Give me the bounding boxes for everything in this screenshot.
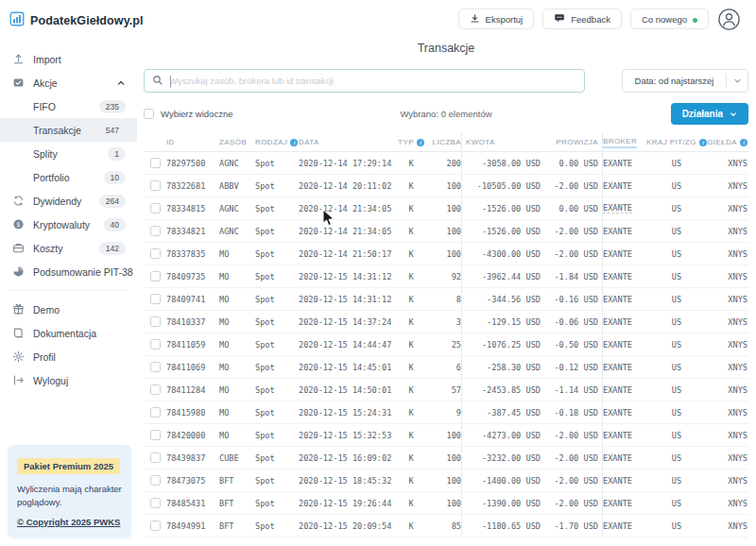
feedback-button[interactable]: Feedback	[542, 9, 622, 29]
row-checkbox[interactable]	[150, 339, 161, 350]
table-row[interactable]: 78411284MOSpot2020-12-15 14:50:01K57-245…	[144, 379, 748, 401]
export-button-label: Eksportuj	[486, 14, 524, 25]
table-row[interactable]: 78409735MOSpot2020-12-15 14:31:12K92-396…	[144, 265, 748, 288]
row-checkbox[interactable]	[150, 294, 161, 304]
table-row[interactable]: 78337835MOSpot2020-12-14 21:50:17K100-43…	[144, 243, 748, 265]
row-checkbox-cell	[144, 469, 166, 491]
sidebar-item-fifo[interactable]: FIFO235	[0, 94, 137, 118]
table-row[interactable]: 78494991BFTSpot2020-12-15 20:09:54K85-11…	[144, 515, 748, 537]
row-checkbox[interactable]	[150, 384, 161, 395]
sidebar-item-profil[interactable]: Profil	[0, 345, 137, 368]
cell-value: CUBE	[219, 453, 239, 463]
export-button[interactable]: Eksportuj	[458, 9, 535, 29]
copyright-link[interactable]: © Copyright 2025 PWKS	[17, 517, 120, 527]
table-row[interactable]: 78334815AGNCSpot2020-12-14 21:34:05K100-…	[144, 197, 748, 220]
cell-data: 2020-12-14 21:34:05	[299, 197, 397, 219]
column-header-liczba[interactable]: LICZBA	[425, 133, 461, 151]
row-checkbox[interactable]	[150, 271, 161, 282]
info-icon[interactable]: i	[417, 139, 424, 146]
table-row[interactable]: 78439837CUBESpot2020-12-15 16:09:02K100-…	[144, 447, 748, 469]
cell-prowizja: -2.00 USD	[541, 220, 603, 242]
row-checkbox[interactable]	[150, 248, 161, 259]
cell-value: 85	[452, 521, 461, 531]
table-row[interactable]: 78411069MOSpot2020-12-15 14:45:01K6-258.…	[144, 356, 748, 379]
cell-value: AGNC	[219, 204, 239, 213]
cell-prowizja: -0.12 USD	[541, 356, 603, 378]
sidebar-item-dokumentacja[interactable]: Dokumentacja	[0, 321, 137, 345]
column-header-kraj[interactable]: KRAJ PIT/ZGi	[648, 133, 705, 151]
sidebar-item-label: Dokumentacja	[33, 328, 96, 339]
row-checkbox[interactable]	[150, 226, 161, 236]
cell-value: 25	[452, 340, 461, 350]
info-icon[interactable]: i	[740, 139, 747, 146]
column-header-id[interactable]: ID	[166, 133, 219, 151]
sidebar-item-akcje[interactable]: Akcje	[0, 71, 137, 94]
sidebar-item-wyloguj[interactable]: Wyloguj	[0, 368, 137, 392]
cell-gielda: XNYS	[705, 492, 747, 514]
column-header-typ[interactable]: TYPi	[397, 133, 425, 151]
user-avatar[interactable]	[717, 8, 741, 31]
cell-value: 2020-12-15 14:45:01	[299, 363, 391, 372]
row-checkbox[interactable]	[150, 362, 161, 372]
cell-value: K	[408, 431, 413, 440]
sidebar-item-demo[interactable]: Demo	[0, 298, 137, 321]
sidebar-item-portfolio[interactable]: Portfolio10	[0, 165, 137, 189]
docs-icon	[11, 327, 25, 340]
cell-value: K	[408, 340, 413, 350]
cell-kraj: US	[648, 401, 705, 423]
row-checkbox[interactable]	[150, 407, 161, 418]
column-header-broker[interactable]: BROKER	[603, 133, 648, 151]
sidebar-item-splity[interactable]: Splity1	[0, 142, 137, 165]
cell-kwota: -3962.44 USD	[461, 265, 541, 287]
sidebar-item-label: FIFO	[33, 101, 56, 112]
column-header-zasob[interactable]: ZASÓB	[219, 133, 255, 151]
cell-value: 2020-12-14 21:34:05	[299, 227, 391, 236]
cell-value: 100	[446, 249, 461, 259]
cell-zasob: BFT	[219, 515, 255, 537]
table-row[interactable]: 78334821AGNCSpot2020-12-14 21:34:05K100-…	[144, 220, 748, 243]
sidebar-item-podsumowanie-pit-38[interactable]: Podsumowanie PIT-38	[0, 260, 137, 283]
column-header-data[interactable]: DATA	[299, 133, 397, 151]
sort-dropdown[interactable]: Data: od najstarszej	[622, 69, 748, 93]
row-checkbox[interactable]	[150, 158, 161, 168]
column-header-rodzaj[interactable]: RODZAJi	[255, 133, 299, 151]
actions-button[interactable]: Działania	[671, 103, 748, 125]
table-row[interactable]: 78415980MOSpot2020-12-15 15:24:31K9-387.…	[144, 401, 748, 424]
row-checkbox[interactable]	[150, 452, 161, 463]
table-row[interactable]: 78409741MOSpot2020-12-15 14:31:12K8-344.…	[144, 288, 748, 311]
column-header-label: LICZBA	[433, 138, 461, 146]
sidebar-item-import[interactable]: Import	[0, 47, 137, 71]
row-checkbox[interactable]	[150, 180, 161, 191]
row-checkbox[interactable]	[150, 203, 161, 213]
row-checkbox[interactable]	[150, 498, 161, 508]
column-header-prowizja[interactable]: PROWIZJA	[541, 133, 603, 151]
search-input[interactable]	[169, 76, 576, 86]
brand-logo[interactable]: PodatekGiełdowy.pl	[0, 8, 137, 40]
table-row[interactable]: 78411059MOSpot2020-12-15 14:44:47K25-107…	[144, 333, 748, 356]
cell-value: 2020-12-14 17:29:14	[299, 159, 391, 168]
cell-value: 2020-12-15 18:45:32	[299, 476, 391, 486]
info-icon[interactable]: i	[290, 139, 298, 146]
table-row[interactable]: 78420000MOSpot2020-12-15 15:32:53K100-42…	[144, 424, 748, 447]
sidebar-item-label: Kryptowaluty	[33, 219, 90, 230]
table-row[interactable]: 78485431BFTSpot2020-12-15 19:26:44K100-1…	[144, 492, 748, 515]
sidebar-item-dywidendy[interactable]: Dywidendy264	[0, 189, 137, 213]
table-row[interactable]: 78322681ABBVSpot2020-12-14 20:11:02K100-…	[144, 175, 748, 197]
column-header-gielda[interactable]: GIEŁDAi	[705, 133, 747, 151]
cell-value: 100	[446, 181, 461, 191]
whats-new-button[interactable]: Co nowego	[630, 9, 709, 29]
sidebar-item-transakcje[interactable]: Transakcje547	[0, 118, 137, 142]
table-row[interactable]: 78473075BFTSpot2020-12-15 18:45:32K100-1…	[144, 469, 748, 492]
row-checkbox[interactable]	[150, 316, 161, 327]
row-checkbox-cell	[144, 288, 166, 310]
sidebar-item-koszty[interactable]: Koszty142	[0, 236, 137, 260]
row-checkbox[interactable]	[150, 520, 161, 531]
table-row[interactable]: 78410337MOSpot2020-12-15 14:37:24K3-129.…	[144, 311, 748, 333]
table-row[interactable]: 78297500AGNCSpot2020-12-14 17:29:14K200-…	[144, 152, 748, 175]
column-header-label: TYP	[398, 138, 414, 146]
column-header-kwota[interactable]: KWOTA	[461, 133, 541, 151]
row-checkbox[interactable]	[150, 430, 161, 440]
row-checkbox[interactable]	[150, 475, 161, 486]
cell-value: -0.16 USD	[554, 295, 598, 304]
sidebar-item-kryptowaluty[interactable]: $Kryptowaluty40	[0, 213, 137, 236]
